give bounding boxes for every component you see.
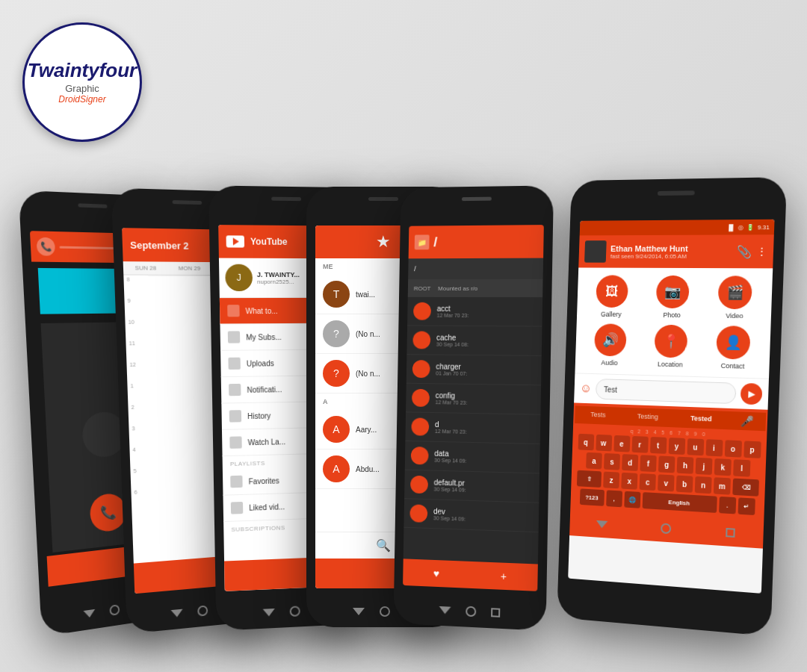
phone5-nav [439,605,500,618]
key-f[interactable]: f [640,455,656,472]
phone3-back-btn[interactable] [262,609,274,617]
key-globe[interactable]: 🌐 [624,491,640,508]
liked-icon [231,502,243,514]
phone6-media-contact[interactable]: 👤 Contact [704,326,763,371]
phone6-statusbar: ▐▌ ◎ 🔋 9.31 [580,220,775,236]
youtube-play-icon [233,237,239,245]
key-j[interactable]: j [696,458,713,475]
phone5-speaker [461,197,491,202]
key-r[interactable]: r [631,436,648,453]
key-space[interactable]: English [642,492,717,513]
key-comma[interactable]: , [606,490,622,507]
phone6-send-button[interactable]: ▶ [740,383,763,405]
phone5-file-charger[interactable]: charger 01 Jan 70 07: [406,355,542,385]
phone6-back-btn[interactable] [596,520,607,529]
key-n[interactable]: n [695,476,712,494]
key-c[interactable]: c [640,473,656,491]
phone6-signal-icon: ▐▌ [726,224,735,231]
phone5-file-acct[interactable]: acct 12 Mar 70 23: [407,297,542,327]
phone5-file-acct-info: acct 12 Mar 70 23: [437,305,537,319]
phone2-home-btn[interactable] [197,605,208,616]
phone5-bottom-bar: ♥ + [403,559,538,591]
brand-logo: Twaintyfour Graphic DroidSigner [22,22,142,142]
key-backspace[interactable]: ⌫ [732,479,759,497]
key-a[interactable]: a [586,452,602,470]
phone5-content: 📁 / / ROOT Mounted as r/o [403,225,544,591]
phone6-screen: ▐▌ ◎ 🔋 9.31 Ethan Matthew Hunt fast seen… [568,220,774,594]
phone5-plus-icon: + [501,570,507,582]
key-period[interactable]: . [719,497,736,514]
phone5-file-data-info: data 30 Sep 14 09: [434,449,534,465]
phone6-media-photo[interactable]: 📷 Photo [644,276,702,320]
key-d[interactable]: d [622,454,638,471]
key-m[interactable]: m [714,477,731,494]
key-v[interactable]: v [658,474,675,491]
key-s[interactable]: s [604,453,620,470]
key-g[interactable]: g [658,455,675,473]
phone3-home-btn[interactable] [289,606,300,617]
key-e[interactable]: e [613,435,630,452]
key-123[interactable]: ?123 [579,488,604,505]
key-z[interactable]: z [603,472,619,489]
phone5-home-btn[interactable] [466,606,476,617]
keyboard-tab-tested[interactable]: Tested [686,413,717,426]
key-enter[interactable]: ↵ [738,497,755,515]
background: Twaintyfour Graphic DroidSigner 📞 📞 [0,0,807,672]
key-i[interactable]: i [705,439,723,456]
phone6-recents-btn[interactable] [726,528,735,538]
key-x[interactable]: x [621,473,637,490]
phone4-back-btn[interactable] [353,608,365,615]
key-u[interactable]: u [687,438,704,455]
key-w[interactable]: w [596,435,612,452]
phone1-home-btn[interactable] [109,604,120,616]
phone5-file-data[interactable]: data 30 Sep 14 09: [405,441,540,473]
phone4-contact-me-info: twai... [356,290,375,299]
key-h[interactable]: h [677,457,694,474]
phone6-speaker [658,190,695,196]
phone1-back-btn[interactable] [83,609,95,618]
phone1-call-button[interactable]: 📞 [89,492,127,533]
phone5-folder-icon-cache [412,331,430,349]
phone2-time-8: 8 [126,276,148,297]
phone6-attach-icon[interactable]: 📎 [736,244,752,258]
key-o[interactable]: o [724,440,741,457]
phone2-back-btn[interactable] [171,609,183,618]
key-q[interactable]: q [578,434,594,450]
phone5-file-cache-info: cache 30 Sep 14 08: [436,334,536,348]
key-t[interactable]: t [650,437,667,454]
phone3-item-favorites-label: Favorites [249,476,279,485]
phone3-item-whatto-label: What to... [246,307,278,315]
phone4-home-btn[interactable] [380,606,390,617]
phone5-recents-btn[interactable] [491,608,500,617]
phone5-file-defaultpr[interactable]: default.pr 30 Sep 14 09: [404,470,539,503]
phone6-emoji-icon[interactable]: ☺ [580,382,592,395]
phones-showcase: 📞 📞 [30,142,777,627]
phone6-media-video[interactable]: 🎬 Video [706,276,765,320]
star-icon: ★ [376,232,391,252]
phone5-file-dev[interactable]: dev 30 Sep 14 09: [404,499,539,532]
phone3-item-uploads-label: Uploads [247,359,274,367]
phone6-content: ▐▌ ◎ 🔋 9.31 Ethan Matthew Hunt fast seen… [568,220,774,594]
phone6-media-gallery[interactable]: 🖼 Gallery [584,275,640,318]
phone5-file-cache[interactable]: cache 30 Sep 14 08: [406,326,542,355]
phone6-message-input[interactable]: Test [596,379,736,404]
key-b[interactable]: b [676,476,693,493]
keyboard-tab-tests[interactable]: Tests [586,409,610,422]
phone5-screen: 📁 / / ROOT Mounted as r/o [403,225,544,591]
keyboard-tab-testing[interactable]: Testing [633,411,663,423]
key-shift[interactable]: ⇧ [577,470,602,488]
phone6-menu-icon[interactable]: ⋮ [756,246,767,258]
phone5-back-btn[interactable] [439,606,451,615]
keyboard-mic-icon[interactable]: 🎤 [740,415,754,428]
key-y[interactable]: y [668,438,685,455]
key-l[interactable]: l [733,459,750,476]
phone6-home-btn[interactable] [661,523,671,534]
phone6-media-audio[interactable]: 🔊 Audio [582,323,637,367]
phone5-file-d[interactable]: d 12 Mar 70 23: [405,412,540,444]
phone5-path-label: / [414,265,416,273]
key-k[interactable]: k [714,458,732,476]
phone3-item-likedvid-label: Liked vid... [249,503,285,512]
phone5-file-config[interactable]: config 12 Mar 70 23: [406,384,541,415]
key-p[interactable]: p [743,441,761,458]
phone6-media-location[interactable]: 📍 Location [643,324,700,369]
